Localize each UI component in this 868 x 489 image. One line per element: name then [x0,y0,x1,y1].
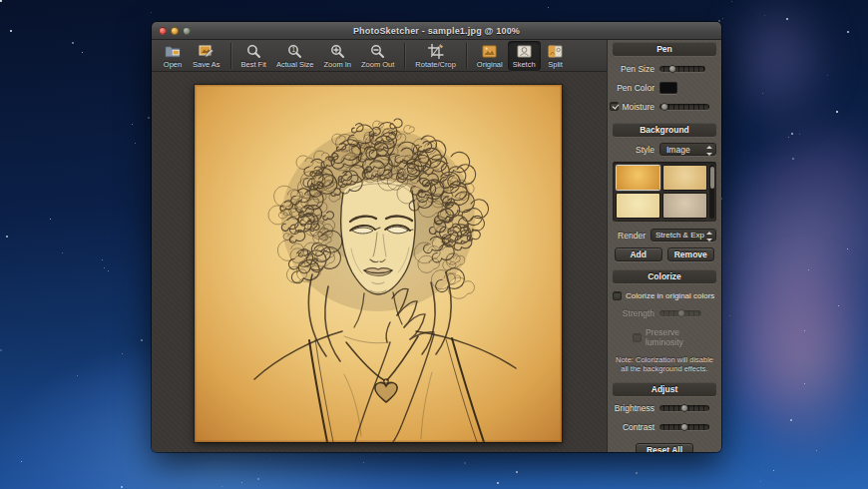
best-fit-button[interactable]: Best Fit [236,41,271,71]
colorize-section-header: Colorize [613,269,716,283]
magnifier-icon [246,44,261,59]
pen-color-label: Pen Color [613,83,659,93]
svg-text:1: 1 [292,46,296,53]
reset-all-button[interactable]: Reset All [636,443,693,452]
toolbar-label: Original [477,60,503,69]
magnifier-1-icon: 1 [287,44,302,59]
split-image-icon [548,44,563,59]
sketch-image-icon [517,44,532,59]
toolbar-separator [466,43,467,69]
preserve-luminosity-row: Preserve luminosity [633,327,716,347]
moisture-checkbox[interactable] [610,102,619,111]
pen-size-label: Pen Size [613,64,659,74]
render-value: Stretch & Exp [655,231,704,240]
pen-size-slider[interactable] [659,66,705,72]
render-row: Render Stretch & Exp [613,229,716,242]
toolbar-label: Split [548,60,563,69]
moisture-label: Moisture [622,102,654,112]
toolbar-label: Save As [193,60,220,69]
style-row: Style Image [613,143,716,156]
texture-thumb-3[interactable] [617,194,659,218]
toolbar-separator [404,43,405,69]
photosketcher-window: PhotoSketcher - sample1.jpg @ 100% Open … [152,22,721,452]
style-dropdown[interactable]: Image [659,143,716,156]
moisture-slider-thumb[interactable] [660,103,668,111]
window-title: PhotoSketcher - sample1.jpg @ 100% [152,26,721,36]
zoom-in-button[interactable]: Zoom In [319,41,357,71]
colorize-note: Note: Colorization will disable all the … [613,355,716,374]
strength-slider-thumb [677,309,685,317]
toolbar: Open Save As Best Fit 1 [152,40,607,72]
sketch-button[interactable]: Sketch [508,41,541,71]
texture-thumb-2[interactable] [663,166,706,190]
open-button[interactable]: Open [158,41,188,71]
pen-color-row: Pen Color [613,81,716,94]
contrast-slider-thumb[interactable] [680,423,688,431]
contrast-label: Contrast [613,422,659,432]
chevron-up-down-icon [706,146,712,156]
original-button[interactable]: Original [472,41,508,71]
toolbar-label: Open [164,60,182,69]
moisture-slider[interactable] [659,104,709,110]
settings-sidebar: Pen Pen Size Pen Color Moisture [607,40,721,452]
titlebar[interactable]: PhotoSketcher - sample1.jpg @ 100% [152,22,721,40]
magnifier-minus-icon [370,44,385,59]
zoom-out-button[interactable]: Zoom Out [356,41,399,71]
rotate-crop-button[interactable]: Rotate/Crop [410,41,460,71]
toolbar-label: Sketch [513,60,536,69]
toolbar-separator [230,43,231,69]
contrast-slider[interactable] [659,424,709,430]
pen-size-slider-thumb[interactable] [668,65,676,73]
toolbar-label: Zoom In [324,60,352,69]
preserve-luminosity-label: Preserve luminosity [646,327,716,347]
style-value: Image [666,145,690,155]
style-label: Style [613,145,659,155]
sketch-artwork [195,85,562,442]
colorize-checkbox-row: Colorize in original colors [613,291,716,300]
starfield [0,0,1,1]
moisture-row: Moisture [613,100,716,113]
strength-row: Strength [613,306,716,319]
colorize-checkbox[interactable] [613,291,622,300]
brightness-row: Brightness [613,402,716,415]
pen-section-header: Pen [613,42,716,56]
toolbar-label: Zoom Out [361,60,394,69]
folder-icon [165,44,181,59]
texture-thumb-4[interactable] [663,194,706,218]
colorize-checkbox-label: Colorize in original colors [626,291,714,300]
original-image-icon [482,44,497,59]
actual-size-button[interactable]: 1 Actual Size [271,41,319,71]
image-canvas[interactable] [152,72,607,452]
thumbnails-scrollbar-thumb[interactable] [710,167,714,189]
thumbnails-scrollbar[interactable] [709,165,714,219]
brightness-slider[interactable] [659,405,709,411]
render-label: Render [613,231,651,241]
background-buttons: Add Remove [613,247,716,261]
texture-thumb-1[interactable] [617,166,659,190]
pen-size-row: Pen Size [613,62,716,75]
remove-button[interactable]: Remove [667,247,715,261]
contrast-row: Contrast [613,421,716,434]
magnifier-plus-icon [330,44,345,59]
save-image-icon [199,44,215,59]
strength-label: Strength [613,308,659,318]
texture-thumbnails-panel [613,162,716,222]
adjust-section-header: Adjust [613,382,716,396]
toolbar-label: Actual Size [276,60,314,69]
chevron-up-down-icon [706,232,712,242]
background-section-header: Background [613,123,716,137]
toolbar-label: Best Fit [241,60,266,69]
toolbar-label: Rotate/Crop [415,60,455,69]
pen-color-swatch[interactable] [659,82,677,94]
brightness-label: Brightness [613,403,659,413]
preserve-luminosity-checkbox [633,333,642,342]
split-button[interactable]: Split [541,41,571,71]
render-dropdown[interactable]: Stretch & Exp [651,229,716,242]
strength-slider [659,310,701,316]
crop-icon [428,44,444,59]
save-as-button[interactable]: Save As [188,41,225,71]
add-button[interactable]: Add [615,247,662,261]
brightness-slider-thumb[interactable] [680,404,688,412]
